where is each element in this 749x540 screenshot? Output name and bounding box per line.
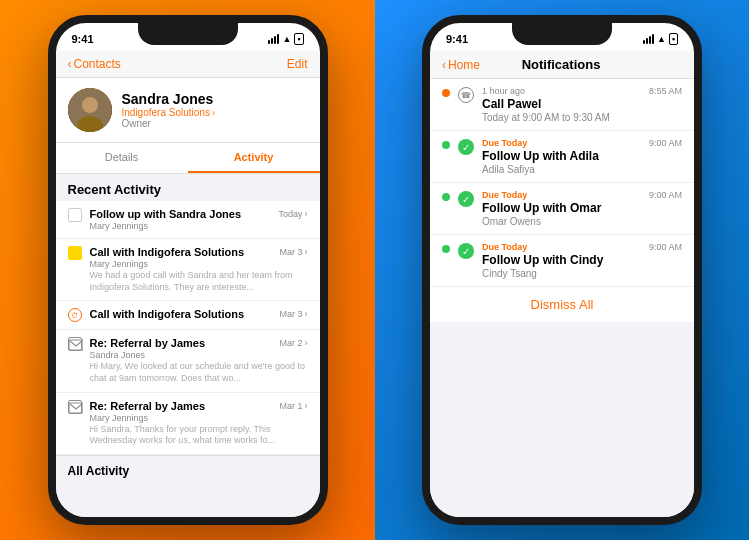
dismiss-all-button[interactable]: Dismiss All bbox=[430, 287, 694, 322]
activity-sub: Sandra Jones bbox=[90, 350, 308, 360]
contact-info: Sandra Jones Indigofera Solutions › Owne… bbox=[122, 91, 215, 129]
notif-body: Due Today 9:00 AM Follow Up with Adila A… bbox=[482, 138, 682, 175]
email-icon bbox=[68, 337, 82, 351]
contact-company[interactable]: Indigofera Solutions › bbox=[122, 107, 215, 118]
notification-item[interactable]: ✓ Due Today 9:00 AM Follow Up with Cindy… bbox=[430, 235, 694, 287]
notification-item[interactable]: ☎ 1 hour ago 8:55 AM Call Pawel Today at… bbox=[430, 79, 694, 131]
activity-list: Follow up with Sandra Jones Today › Mary… bbox=[56, 201, 320, 455]
activity-body: Follow up with Sandra Jones Today › Mary… bbox=[90, 208, 308, 231]
notif-title: Follow Up with Adila bbox=[482, 149, 682, 163]
left-status-icons: ▲ ▪ bbox=[268, 33, 303, 45]
date-text: Mar 3 bbox=[279, 247, 302, 257]
tab-bar: Details Activity bbox=[56, 143, 320, 174]
notif-body: Due Today 9:00 AM Follow Up with Omar Om… bbox=[482, 190, 682, 227]
tab-activity[interactable]: Activity bbox=[188, 143, 320, 173]
activity-item[interactable]: Re: Referral by James Mar 2 › Sandra Jon… bbox=[56, 330, 320, 392]
left-phone: 9:41 ▲ ▪ ‹ Contacts Edit bbox=[48, 15, 328, 525]
right-status-icons: ▲ ▪ bbox=[643, 33, 678, 45]
activity-date: Mar 3 › bbox=[279, 247, 307, 257]
recent-activity-header: Recent Activity bbox=[56, 174, 320, 201]
activity-sub: Mary Jennings bbox=[90, 221, 308, 231]
right-background: 9:41 ▲ ▪ ‹ Home Notifications bbox=[375, 0, 749, 540]
time-label: 1 hour ago bbox=[482, 86, 525, 96]
back-label: Contacts bbox=[74, 57, 121, 71]
activity-body: Call with Indigofera Solutions Mar 3 › bbox=[90, 308, 308, 320]
activity-desc: We had a good call with Sandra and her t… bbox=[90, 270, 308, 293]
battery-icon: ▪ bbox=[669, 33, 678, 45]
company-chevron-icon: › bbox=[212, 108, 215, 118]
notif-title: Follow Up with Omar bbox=[482, 201, 682, 215]
notif-title: Follow Up with Cindy bbox=[482, 253, 682, 267]
left-time: 9:41 bbox=[72, 33, 94, 45]
activity-item[interactable]: Re: Referral by James Mar 1 › Mary Jenni… bbox=[56, 393, 320, 455]
green-dot bbox=[442, 141, 450, 149]
green-dot bbox=[442, 193, 450, 201]
avatar bbox=[68, 88, 112, 132]
wifi-icon: ▲ bbox=[282, 34, 291, 44]
notif-title-row: 1 hour ago 8:55 AM bbox=[482, 86, 682, 97]
notification-item[interactable]: ✓ Due Today 9:00 AM Follow Up with Adila… bbox=[430, 131, 694, 183]
battery-icon: ▪ bbox=[294, 33, 303, 45]
row-chevron-icon: › bbox=[305, 401, 308, 411]
activity-title: Call with Indigofera Solutions bbox=[90, 308, 276, 320]
due-label: Due Today bbox=[482, 190, 527, 200]
activity-item[interactable]: ⏱ Call with Indigofera Solutions Mar 3 › bbox=[56, 301, 320, 330]
wifi-icon: ▲ bbox=[657, 34, 666, 44]
activity-body: Re: Referral by James Mar 2 › Sandra Jon… bbox=[90, 337, 308, 384]
checkbox-icon bbox=[68, 208, 82, 222]
contact-role: Owner bbox=[122, 118, 215, 129]
signal-icon bbox=[268, 34, 279, 44]
left-screen: ‹ Contacts Edit bbox=[56, 51, 320, 517]
tab-details[interactable]: Details bbox=[56, 143, 188, 173]
right-phone: 9:41 ▲ ▪ ‹ Home Notifications bbox=[422, 15, 702, 525]
green-dot bbox=[442, 245, 450, 253]
time-right: 8:55 AM bbox=[649, 86, 682, 96]
activity-title: Re: Referral by James bbox=[90, 400, 276, 412]
activity-title-row: Re: Referral by James Mar 1 › bbox=[90, 400, 308, 412]
notif-title: Call Pawel bbox=[482, 97, 682, 111]
clock-icon: ⏱ bbox=[68, 308, 82, 322]
back-to-contacts[interactable]: ‹ Contacts bbox=[68, 57, 121, 71]
activity-item[interactable]: Follow up with Sandra Jones Today › Mary… bbox=[56, 201, 320, 239]
activity-sub: Mary Jennings bbox=[90, 413, 308, 423]
notif-title-row: Due Today 9:00 AM bbox=[482, 242, 682, 253]
notifications-title: Notifications bbox=[522, 57, 601, 72]
signal-icon bbox=[643, 34, 654, 44]
notification-item[interactable]: ✓ Due Today 9:00 AM Follow Up with Omar … bbox=[430, 183, 694, 235]
right-nav-bar: ‹ Home Notifications bbox=[430, 51, 694, 79]
activity-title-row: Re: Referral by James Mar 2 › bbox=[90, 337, 308, 349]
back-chevron-icon: ‹ bbox=[68, 57, 72, 71]
notif-subtitle: Omar Owens bbox=[482, 216, 682, 227]
right-time: 9:41 bbox=[446, 33, 468, 45]
date-text: Today bbox=[278, 209, 302, 219]
activity-body: Call with Indigofera Solutions Mar 3 › M… bbox=[90, 246, 308, 293]
activity-date: Today › bbox=[278, 209, 307, 219]
date-text: Mar 2 bbox=[279, 338, 302, 348]
right-notch bbox=[512, 23, 612, 45]
activity-title: Call with Indigofera Solutions bbox=[90, 246, 276, 258]
activity-date: Mar 1 › bbox=[279, 401, 307, 411]
due-label: Due Today bbox=[482, 242, 527, 252]
back-to-home[interactable]: ‹ Home bbox=[442, 58, 480, 72]
notif-body: 1 hour ago 8:55 AM Call Pawel Today at 9… bbox=[482, 86, 682, 123]
contact-header: Sandra Jones Indigofera Solutions › Owne… bbox=[56, 78, 320, 143]
left-background: 9:41 ▲ ▪ ‹ Contacts Edit bbox=[0, 0, 375, 540]
svg-point-1 bbox=[82, 97, 98, 113]
back-label: Home bbox=[448, 58, 480, 72]
notif-subtitle: Adila Safiya bbox=[482, 164, 682, 175]
activity-desc: Hi Mary, We looked at our schedule and w… bbox=[90, 361, 308, 384]
notif-subtitle: Cindy Tsang bbox=[482, 268, 682, 279]
note-icon bbox=[68, 246, 82, 260]
orange-dot bbox=[442, 89, 450, 97]
activity-title-row: Follow up with Sandra Jones Today › bbox=[90, 208, 308, 220]
date-text: Mar 1 bbox=[279, 401, 302, 411]
row-chevron-icon: › bbox=[305, 209, 308, 219]
nav-edit-button[interactable]: Edit bbox=[287, 57, 308, 71]
notif-subtitle: Today at 9:00 AM to 9:30 AM bbox=[482, 112, 682, 123]
activity-item[interactable]: Call with Indigofera Solutions Mar 3 › M… bbox=[56, 239, 320, 301]
time-right: 9:00 AM bbox=[649, 190, 682, 200]
notifications-list: ☎ 1 hour ago 8:55 AM Call Pawel Today at… bbox=[430, 79, 694, 287]
activity-title-row: Call with Indigofera Solutions Mar 3 › bbox=[90, 308, 308, 320]
all-activity-button[interactable]: All Activity bbox=[56, 455, 320, 486]
right-screen: ‹ Home Notifications ☎ 1 hour ago 8:55 A… bbox=[430, 51, 694, 517]
